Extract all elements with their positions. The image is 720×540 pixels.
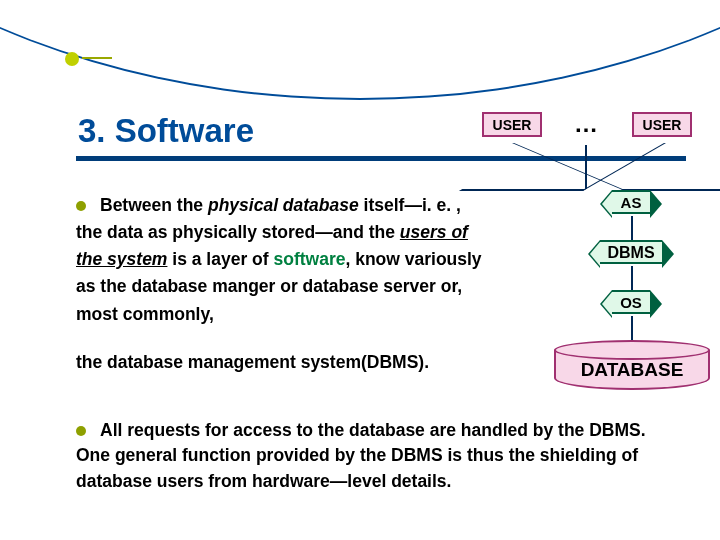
architecture-diagram: USER … USER AS DBMS OS DATABASE — [482, 112, 708, 410]
cylinder-top-icon — [554, 340, 710, 360]
p3-text: All requests for access to the database … — [76, 420, 646, 491]
p1-software: software — [273, 249, 345, 269]
connector-line — [631, 216, 633, 240]
paragraph-1: Between the physical database itself—i. … — [76, 192, 486, 328]
p1-pre: Between the — [100, 195, 208, 215]
database-cylinder: DATABASE — [554, 340, 710, 396]
arc-dash-icon — [82, 57, 112, 59]
slide: 3. Software Between the physical databas… — [0, 0, 720, 540]
paragraph-2: the database management system(DBMS). — [76, 352, 496, 373]
slide-title: 3. Software — [78, 112, 254, 150]
decorative-arc — [0, 0, 720, 100]
connector-line — [631, 316, 633, 342]
p1-mid2: is a layer of — [167, 249, 273, 269]
arc-dot-icon — [65, 52, 79, 66]
os-hexagon: OS — [612, 290, 650, 314]
user-box-right: USER — [632, 112, 692, 137]
bullet-icon — [76, 201, 86, 211]
user-box-left: USER — [482, 112, 542, 137]
as-label: AS — [621, 194, 642, 211]
bullet-icon — [76, 426, 86, 436]
as-hexagon: AS — [612, 190, 650, 214]
dbms-hexagon: DBMS — [600, 240, 662, 264]
paragraph-3: All requests for access to the database … — [76, 418, 676, 494]
dbms-label: DBMS — [607, 244, 654, 261]
p1-physical-database: physical database — [208, 195, 359, 215]
os-label: OS — [620, 294, 642, 311]
connector-line — [631, 266, 633, 290]
ellipsis-icon: … — [574, 110, 598, 138]
connector-line — [585, 145, 587, 189]
